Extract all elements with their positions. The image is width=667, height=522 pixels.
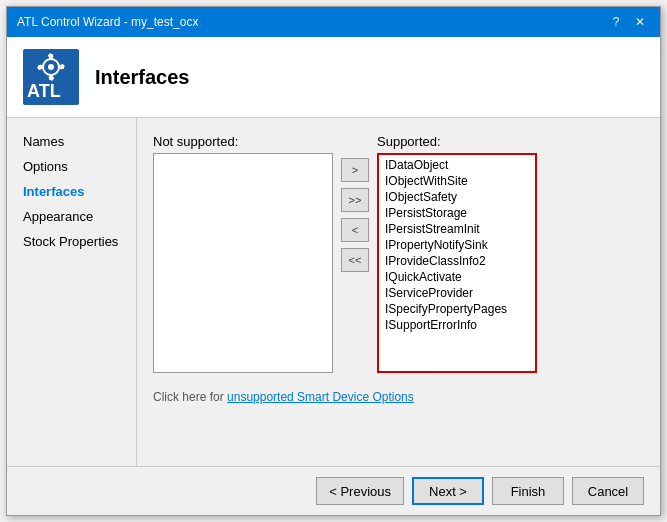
list-item[interactable]: IPropertyNotifySink — [381, 237, 533, 253]
help-button[interactable]: ? — [606, 12, 626, 32]
sidebar-item-names[interactable]: Names — [15, 130, 128, 153]
sidebar-item-interfaces[interactable]: Interfaces — [15, 180, 128, 203]
title-bar-icons: ? ✕ — [606, 12, 650, 32]
finish-button[interactable]: Finish — [492, 477, 564, 505]
sidebar-item-options[interactable]: Options — [15, 155, 128, 178]
sidebar-item-stock-properties[interactable]: Stock Properties — [15, 230, 128, 253]
list-item[interactable]: IPersistStreamInit — [381, 221, 533, 237]
sidebar-item-appearance[interactable]: Appearance — [15, 205, 128, 228]
list-item[interactable]: IObjectWithSite — [381, 173, 533, 189]
link-prefix: Click here for unsupported Smart Device … — [153, 390, 414, 404]
svg-text:ATL: ATL — [27, 81, 61, 101]
title-text: ATL Control Wizard - my_test_ocx — [17, 15, 198, 29]
arrow-buttons: > >> < << — [341, 134, 369, 272]
dialog-window: ATL Control Wizard - my_test_ocx ? ✕ ATL — [6, 6, 661, 516]
list-item[interactable]: IPersistStorage — [381, 205, 533, 221]
move-all-right-button[interactable]: >> — [341, 188, 369, 212]
next-button[interactable]: Next > — [412, 477, 484, 505]
list-item[interactable]: IServiceProvider — [381, 285, 533, 301]
not-supported-list[interactable] — [153, 153, 333, 373]
cancel-button[interactable]: Cancel — [572, 477, 644, 505]
title-bar-left: ATL Control Wizard - my_test_ocx — [17, 15, 198, 29]
title-bar: ATL Control Wizard - my_test_ocx ? ✕ — [7, 7, 660, 37]
list-item[interactable]: IProvideClassInfo2 — [381, 253, 533, 269]
not-supported-panel: Not supported: — [153, 134, 333, 373]
move-left-button[interactable]: < — [341, 218, 369, 242]
list-item[interactable]: ISpecifyPropertyPages — [381, 301, 533, 317]
close-button[interactable]: ✕ — [630, 12, 650, 32]
list-item[interactable]: IDataObject — [381, 157, 533, 173]
supported-list[interactable]: IDataObjectIObjectWithSiteIObjectSafetyI… — [377, 153, 537, 373]
main-content: Not supported: > >> < << Supported: IDat… — [137, 118, 660, 466]
atl-logo: ATL — [23, 49, 79, 105]
move-right-button[interactable]: > — [341, 158, 369, 182]
page-title: Interfaces — [95, 66, 190, 89]
supported-panel: Supported: IDataObjectIObjectWithSiteIOb… — [377, 134, 537, 373]
list-item[interactable]: ISupportErrorInfo — [381, 317, 533, 333]
sidebar: NamesOptionsInterfacesAppearanceStock Pr… — [7, 118, 137, 466]
list-item[interactable]: IObjectSafety — [381, 189, 533, 205]
content-area: NamesOptionsInterfacesAppearanceStock Pr… — [7, 118, 660, 466]
panels-row: Not supported: > >> < << Supported: IDat… — [153, 134, 644, 373]
list-item[interactable]: IQuickActivate — [381, 269, 533, 285]
link-area: Click here for unsupported Smart Device … — [153, 389, 644, 404]
smart-device-link[interactable]: unsupported Smart Device Options — [227, 390, 414, 404]
header-section: ATL Interfaces — [7, 37, 660, 118]
previous-button[interactable]: < Previous — [316, 477, 404, 505]
move-all-left-button[interactable]: << — [341, 248, 369, 272]
svg-point-3 — [48, 64, 54, 70]
not-supported-label: Not supported: — [153, 134, 333, 149]
supported-label: Supported: — [377, 134, 537, 149]
footer: < Previous Next > Finish Cancel — [7, 466, 660, 515]
